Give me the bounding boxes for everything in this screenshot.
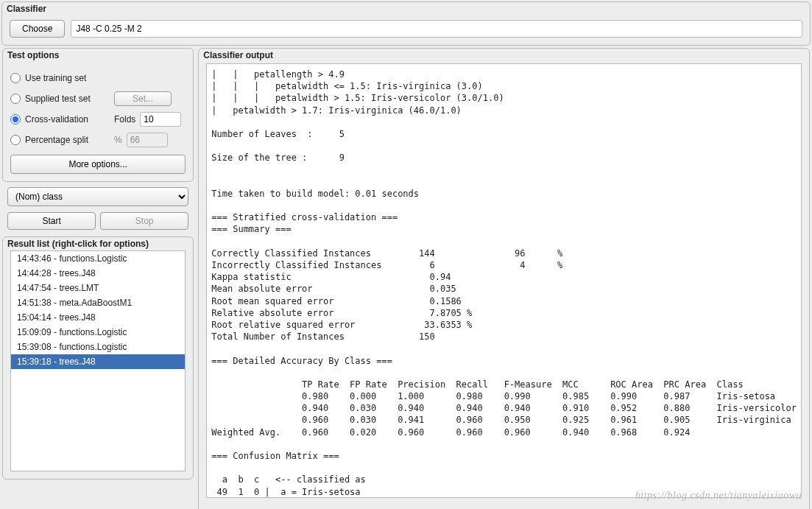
result-item[interactable]: 14:43:46 - functions.Logistic [11,251,185,266]
result-list-title: Result list (right-click for options) [3,237,193,250]
classifier-command-input[interactable] [71,20,802,38]
folds-label: Folds [114,114,135,124]
result-item[interactable]: 15:09:09 - functions.Logistic [11,325,185,340]
class-attribute-select[interactable]: (Nom) class [7,187,188,206]
result-item[interactable]: 15:39:08 - functions.Logistic [11,340,185,354]
test-options-title: Test options [3,49,193,63]
classifier-output-title: Classifier output [199,49,809,63]
percent-symbol: % [114,135,122,145]
result-item[interactable]: 14:44:28 - trees.J48 [11,266,185,281]
folds-input[interactable] [140,112,181,127]
supplied-test-set-label: Supplied test set [25,94,110,104]
start-button[interactable]: Start [7,212,96,230]
classifier-panel: Classifier Choose [1,1,811,46]
class-attribute-row: (Nom) class [7,187,188,206]
use-training-set-radio[interactable] [10,73,21,83]
use-training-set-label: Use training set [25,73,110,83]
classifier-output-panel: Classifier output | | petallength > 4.9 … [198,48,810,509]
classifier-panel-title: Classifier [2,2,810,17]
result-item[interactable]: 14:51:38 - meta.AdaBoostM1 [11,295,185,310]
test-options-panel: Test options Use training set Supplied t… [2,48,194,182]
cross-validation-label: Cross-validation [25,114,110,124]
classifier-output-text[interactable]: | | petallength > 4.9 | | | petalwidth <… [206,63,802,498]
percentage-split-radio[interactable] [10,135,21,145]
percentage-split-label: Percentage split [25,135,110,145]
more-options-button[interactable]: More options... [10,155,186,174]
result-list[interactable]: 14:43:46 - functions.Logistic14:44:28 - … [10,250,186,471]
result-item[interactable]: 14:47:54 - trees.LMT [11,281,185,295]
result-item[interactable]: 15:39:18 - trees.J48 [11,354,185,369]
stop-button[interactable]: Stop [100,212,188,230]
choose-button[interactable]: Choose [10,20,65,38]
percentage-input[interactable] [127,133,168,147]
result-item[interactable]: 15:04:14 - trees.J48 [11,310,185,325]
result-list-panel: Result list (right-click for options) 14… [2,236,194,480]
set-button[interactable]: Set... [114,91,172,106]
supplied-test-set-radio[interactable] [10,94,21,104]
cross-validation-radio[interactable] [10,114,21,124]
